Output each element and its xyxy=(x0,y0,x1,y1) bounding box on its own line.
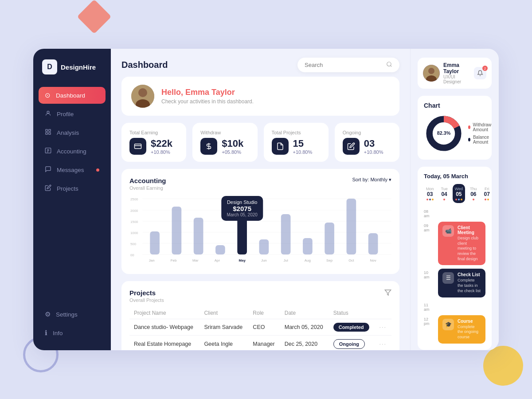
time-events: 08 am 09 am 📹 Client Meeting Design club… xyxy=(424,207,485,344)
search-input[interactable] xyxy=(305,62,383,68)
sidebar-item-analysis[interactable]: Analysis xyxy=(39,124,106,141)
svg-text:Mar: Mar xyxy=(192,258,199,262)
projects-title-block: Projects Overall Projects xyxy=(129,289,164,303)
svg-text:2500: 2500 xyxy=(130,197,138,201)
stat-icon xyxy=(200,138,217,155)
sidebar-item-dashboard[interactable]: ⊙ Dashboard xyxy=(39,87,106,104)
stat-label: Total Projects xyxy=(272,130,321,135)
topbar: Dashboard xyxy=(111,49,410,77)
time-slot-11am: 11 am xyxy=(424,301,485,312)
project-date: March 05, 2020 xyxy=(280,319,329,336)
stat-card-withdraw: Withdraw $10k +05.80% xyxy=(192,123,257,162)
stat-change: +10.80% xyxy=(293,149,313,155)
stat-icon-row: 03 +10.80% xyxy=(343,138,391,155)
time-label: 08 am xyxy=(424,207,434,218)
cal-day-03[interactable]: Mon 03 xyxy=(424,184,436,203)
col-role: Role xyxy=(248,307,280,319)
messages-icon xyxy=(45,166,51,174)
svg-text:500: 500 xyxy=(130,242,137,246)
project-actions[interactable]: ··· xyxy=(375,336,391,351)
sidebar-item-label: Settings xyxy=(56,311,78,318)
stat-label: Total Earning xyxy=(129,130,178,135)
stat-icon-row: $22k +10.80% xyxy=(129,138,178,155)
sidebar-item-label: Messages xyxy=(57,167,84,173)
chart-subtitle: Overall Earning xyxy=(129,185,166,191)
stat-icon xyxy=(272,138,289,155)
time-slot-08am: 08 am xyxy=(424,207,485,218)
donut-chart-title: Chart xyxy=(424,102,485,109)
cal-day-04[interactable]: Tue 04 xyxy=(439,184,450,203)
stats-row: Total Earning $22k +10.80% Withdraw xyxy=(121,123,399,162)
stat-change: +10.80% xyxy=(364,149,383,155)
bg-decoration-3 xyxy=(483,346,523,386)
main-content: Dashboard He xyxy=(111,49,410,350)
svg-point-0 xyxy=(47,111,49,113)
user-info: Emma Taylor UX/UI Designer xyxy=(443,62,470,84)
messages-badge xyxy=(96,168,99,172)
stat-label: Withdraw xyxy=(200,130,249,135)
filter-icon[interactable] xyxy=(384,289,391,297)
sidebar-item-settings[interactable]: ⚙ Settings xyxy=(39,306,106,323)
notification-badge: 2 xyxy=(482,66,488,71)
svg-rect-30 xyxy=(194,218,203,254)
sidebar-item-info[interactable]: ℹ Info xyxy=(39,325,106,341)
status-badge: Completed xyxy=(333,323,369,332)
sidebar-item-profile[interactable]: Profile xyxy=(39,106,106,122)
svg-text:Jul: Jul xyxy=(284,258,288,262)
col-status: Status xyxy=(329,307,375,319)
svg-rect-29 xyxy=(172,207,182,254)
svg-text:00: 00 xyxy=(130,253,134,257)
project-actions[interactable]: ··· xyxy=(375,319,391,336)
section-header: Accounting Overall Earning Sort by: Mont… xyxy=(129,177,391,191)
event-course[interactable]: 🎓 Course Complete the ongoing course xyxy=(438,315,485,344)
logo-icon: D xyxy=(42,59,57,74)
avatar xyxy=(131,85,154,108)
sidebar-item-label: Analysis xyxy=(57,129,79,136)
cal-day-06[interactable]: Thu 06 xyxy=(468,184,479,203)
cal-day-05[interactable]: Wed 05 xyxy=(453,184,465,203)
accounting-chart-section: Accounting Overall Earning Sort by: Mont… xyxy=(121,169,399,274)
sidebar-item-label: Dashboard xyxy=(56,92,85,99)
svg-line-10 xyxy=(391,66,392,67)
donut-chart-card: Chart 82.3% Withdraw Amount xyxy=(418,96,492,160)
search-icon xyxy=(386,61,392,69)
sidebar-logo: D DesignHire xyxy=(33,59,111,87)
projects-title: Projects xyxy=(129,289,164,297)
project-role: Manager xyxy=(248,336,280,351)
sort-button[interactable]: Sort by: Monthly ▾ xyxy=(352,177,391,183)
notification-button[interactable]: 2 xyxy=(474,67,486,79)
svg-rect-2 xyxy=(49,129,51,131)
stat-value: 15 xyxy=(293,138,313,149)
event-checklist[interactable]: ☰ Check List Complete the tasks in the c… xyxy=(438,269,485,297)
col-project: Project Name xyxy=(129,307,200,319)
page-title: Dashboard xyxy=(121,60,290,70)
app-name: DesignHire xyxy=(61,63,96,71)
svg-text:Apr: Apr xyxy=(215,258,220,262)
sidebar-item-projects[interactable]: Projects xyxy=(39,180,106,197)
event-client-meeting[interactable]: 📹 Client Meeting Design club client meet… xyxy=(438,222,485,265)
svg-text:May: May xyxy=(239,258,246,262)
legend-item-withdraw: Withdraw Amount xyxy=(468,122,493,132)
table-row: Dance studio- Webpage Sriram Sarvade CEO… xyxy=(129,319,391,336)
content-area: Hello, Emma Taylor Check your activities… xyxy=(111,77,410,350)
project-client: Sriram Sarvade xyxy=(200,319,248,336)
project-name: Real Estate Homepage xyxy=(129,336,200,351)
project-date: Dec 25, 2020 xyxy=(280,336,329,351)
user-avatar xyxy=(423,65,440,82)
event-content: Check List Complete the tasks in the che… xyxy=(458,272,481,293)
cal-day-07[interactable]: Fri 07 xyxy=(482,184,492,203)
hello-banner: Hello, Emma Taylor Check your activities… xyxy=(121,77,399,116)
svg-text:Aug: Aug xyxy=(305,258,311,262)
sidebar-item-accounting[interactable]: Accounting xyxy=(39,143,106,160)
calendar-title: Today, 05 March xyxy=(424,173,485,180)
bar-chart-svg: 2500 2000 1500 1000 500 00 xyxy=(129,195,391,266)
svg-rect-3 xyxy=(46,133,47,134)
svg-point-52 xyxy=(428,68,434,74)
sidebar-item-messages[interactable]: Messages xyxy=(39,161,106,178)
projects-header: Projects Overall Projects xyxy=(129,289,391,303)
course-icon: 🎓 xyxy=(442,319,454,330)
project-status: Ongoing xyxy=(329,336,375,351)
col-client: Client xyxy=(200,307,248,319)
svg-point-9 xyxy=(387,62,391,66)
stat-card-ongoing: Ongoing 03 +10.80% xyxy=(335,123,399,162)
